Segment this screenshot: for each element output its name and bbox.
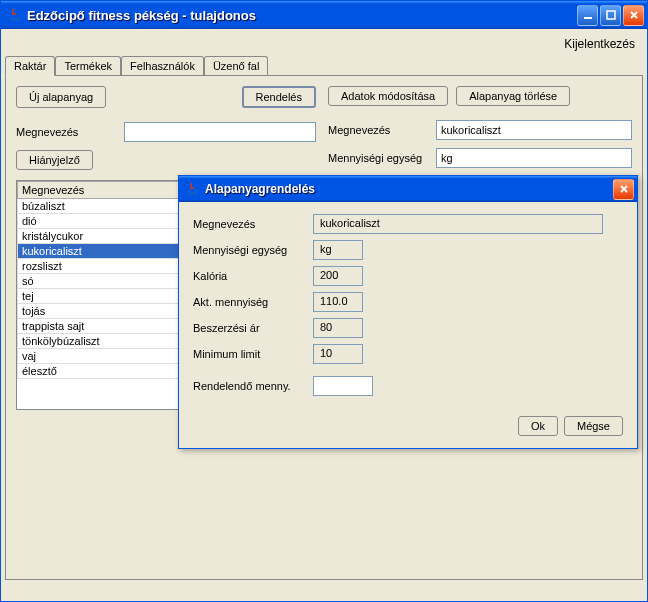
cell-name: kukoricaliszt	[18, 244, 191, 259]
java-icon	[185, 181, 201, 197]
dialog-body: Megnevezés kukoricaliszt Mennyiségi egys…	[179, 202, 637, 406]
dlg-qty-label: Akt. mennyiség	[193, 296, 313, 308]
dlg-unit-value: kg	[313, 240, 363, 260]
name-label: Megnevezés	[16, 126, 116, 138]
dialog-titlebar[interactable]: Alapanyagrendelés	[179, 176, 637, 202]
dlg-order-label: Rendelendő menny.	[193, 380, 313, 392]
dlg-price-label: Beszerzési ár	[193, 322, 313, 334]
main-titlebar[interactable]: Edzőcipő fitness pékség - tulajdonos	[1, 1, 647, 29]
r-unit-label: Mennyiségi egység	[328, 152, 428, 164]
r-name-label: Megnevezés	[328, 124, 428, 136]
logout-link[interactable]: Kijelentkezés	[564, 37, 635, 51]
shortage-button[interactable]: Hiányjelző	[16, 150, 93, 170]
cell-name: tönkölybúzaliszt	[18, 334, 191, 349]
dlg-qty-value: 110.0	[313, 292, 363, 312]
cell-name: tojás	[18, 304, 191, 319]
tab-uzeno-fal[interactable]: Üzenő fal	[204, 56, 268, 76]
r-unit-input[interactable]	[436, 148, 632, 168]
svg-rect-0	[584, 17, 592, 19]
dlg-cal-value: 200	[313, 266, 363, 286]
dlg-cal-label: Kalória	[193, 270, 313, 282]
svg-rect-1	[607, 11, 615, 19]
delete-button[interactable]: Alapanyag törlése	[456, 86, 570, 106]
dialog-ok-button[interactable]: Ok	[518, 416, 558, 436]
cell-name: só	[18, 274, 191, 289]
tab-raktar[interactable]: Raktár	[5, 56, 55, 76]
cell-name: tej	[18, 289, 191, 304]
dlg-name-label: Megnevezés	[193, 218, 313, 230]
name-input[interactable]	[124, 122, 316, 142]
dialog-cancel-button[interactable]: Mégse	[564, 416, 623, 436]
minimize-button[interactable]	[577, 5, 598, 26]
dlg-min-label: Minimum limit	[193, 348, 313, 360]
cell-name: dió	[18, 214, 191, 229]
cell-name: trappista sajt	[18, 319, 191, 334]
dlg-min-value: 10	[313, 344, 363, 364]
th-name[interactable]: Megnevezés	[18, 182, 191, 199]
dialog-close-button[interactable]	[613, 179, 634, 200]
dlg-name-value: kukoricaliszt	[313, 214, 603, 234]
tab-termekek[interactable]: Termékek	[55, 56, 121, 76]
java-icon	[7, 7, 23, 23]
close-button[interactable]	[623, 5, 644, 26]
order-dialog: Alapanyagrendelés Megnevezés kukoricalis…	[178, 175, 638, 449]
cell-name: vaj	[18, 349, 191, 364]
tab-felhasznalok[interactable]: Felhasználók	[121, 56, 204, 76]
window-title: Edzőcipő fitness pékség - tulajdonos	[27, 8, 577, 23]
dlg-price-value: 80	[313, 318, 363, 338]
dialog-title: Alapanyagrendelés	[205, 182, 613, 196]
order-button[interactable]: Rendelés	[242, 86, 316, 108]
new-ingredient-button[interactable]: Új alapanyag	[16, 86, 106, 108]
maximize-button[interactable]	[600, 5, 621, 26]
dlg-unit-label: Mennyiségi egység	[193, 244, 313, 256]
cell-name: élesztő	[18, 364, 191, 379]
r-name-input[interactable]	[436, 120, 632, 140]
modify-button[interactable]: Adatok módosítása	[328, 86, 448, 106]
cell-name: kristálycukor	[18, 229, 191, 244]
cell-name: rozsliszt	[18, 259, 191, 274]
tabs: Raktár Termékek Felhasználók Üzenő fal	[5, 55, 643, 75]
cell-name: búzaliszt	[18, 199, 191, 214]
dlg-order-input[interactable]	[313, 376, 373, 396]
